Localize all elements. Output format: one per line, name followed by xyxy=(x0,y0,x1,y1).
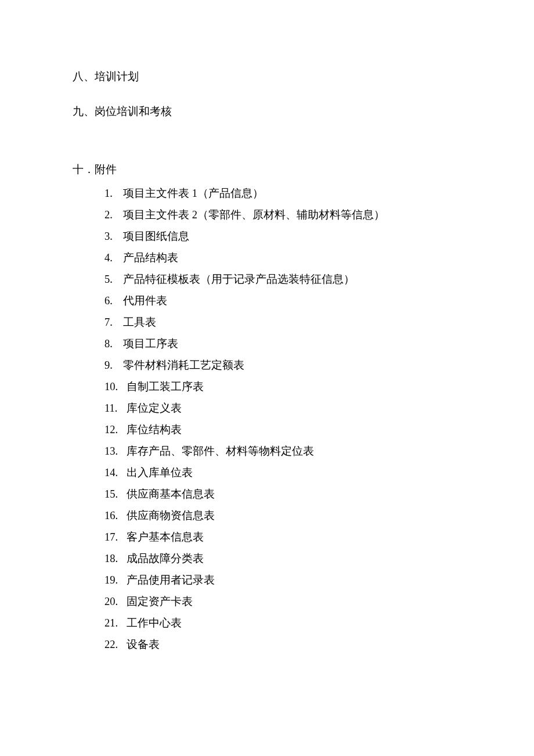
list-item: 12.库位结构表 xyxy=(104,419,461,441)
list-item: 3.项目图纸信息 xyxy=(104,226,461,247)
item-text: 项目主文件表 1（产品信息） xyxy=(121,183,264,204)
item-text: 供应商物资信息表 xyxy=(124,505,215,527)
list-item: 15.供应商基本信息表 xyxy=(104,484,461,505)
list-item: 20.固定资产卡表 xyxy=(104,591,461,613)
list-item: 9.零件材料消耗工艺定额表 xyxy=(104,355,461,376)
item-text: 产品使用者记录表 xyxy=(124,570,215,591)
item-text: 产品特征模板表（用于记录产品选装特征信息） xyxy=(121,269,355,290)
item-number: 10. xyxy=(104,376,124,398)
item-number: 6. xyxy=(104,290,121,312)
item-number: 19. xyxy=(104,570,124,591)
item-number: 9. xyxy=(104,355,121,376)
list-item: 7.工具表 xyxy=(104,312,461,333)
item-number: 14. xyxy=(104,462,124,484)
item-number: 11. xyxy=(104,398,124,419)
list-item: 13.库存产品、零部件、材料等物料定位表 xyxy=(104,441,461,462)
item-text: 自制工装工序表 xyxy=(124,376,204,398)
item-number: 1. xyxy=(104,183,121,204)
item-number: 7. xyxy=(104,312,121,333)
list-item: 14.出入库单位表 xyxy=(104,462,461,484)
list-item: 6.代用件表 xyxy=(104,290,461,312)
item-number: 21. xyxy=(104,613,124,634)
list-item: 11.库位定义表 xyxy=(104,398,461,419)
item-text: 成品故障分类表 xyxy=(124,548,204,570)
document-page: 八、培训计划 九、岗位培训和考核 十．附件 1.项目主文件表 1（产品信息） 2… xyxy=(0,0,461,656)
item-text: 工作中心表 xyxy=(124,613,182,634)
item-text: 库存产品、零部件、材料等物料定位表 xyxy=(124,441,314,462)
heading-10: 十．附件 xyxy=(73,160,461,180)
item-number: 3. xyxy=(104,226,121,247)
list-item: 16.供应商物资信息表 xyxy=(104,505,461,527)
item-text: 产品结构表 xyxy=(121,247,178,269)
item-number: 22. xyxy=(104,634,124,656)
list-item: 4.产品结构表 xyxy=(104,247,461,269)
heading-9: 九、岗位培训和考核 xyxy=(73,102,461,122)
item-number: 15. xyxy=(104,484,124,505)
list-item: 1.项目主文件表 1（产品信息） xyxy=(104,183,461,204)
heading-8: 八、培训计划 xyxy=(73,67,461,87)
list-item: 22.设备表 xyxy=(104,634,461,656)
heading-10-text: 十．附件 xyxy=(73,164,117,175)
item-text: 项目图纸信息 xyxy=(121,226,189,247)
item-text: 固定资产卡表 xyxy=(124,591,193,613)
item-text: 客户基本信息表 xyxy=(124,527,204,548)
item-text: 代用件表 xyxy=(121,290,167,312)
item-number: 16. xyxy=(104,505,124,527)
item-number: 13. xyxy=(104,441,124,462)
item-number: 4. xyxy=(104,247,121,269)
item-number: 20. xyxy=(104,591,124,613)
list-item: 18.成品故障分类表 xyxy=(104,548,461,570)
heading-9-text: 九、岗位培训和考核 xyxy=(73,106,172,117)
list-item: 10.自制工装工序表 xyxy=(104,376,461,398)
item-text: 库位结构表 xyxy=(124,419,182,441)
list-item: 8.项目工序表 xyxy=(104,333,461,355)
list-item: 21.工作中心表 xyxy=(104,613,461,634)
item-number: 2. xyxy=(104,204,121,226)
item-number: 12. xyxy=(104,419,124,441)
item-number: 17. xyxy=(104,527,124,548)
item-text: 零件材料消耗工艺定额表 xyxy=(121,355,244,376)
item-number: 5. xyxy=(104,269,121,290)
list-item: 5.产品特征模板表（用于记录产品选装特征信息） xyxy=(104,269,461,290)
item-number: 8. xyxy=(104,333,121,355)
item-text: 项目工序表 xyxy=(121,333,178,355)
heading-8-text: 八、培训计划 xyxy=(73,71,139,82)
item-number: 18. xyxy=(104,548,124,570)
item-text: 库位定义表 xyxy=(124,398,182,419)
item-text: 项目主文件表 2（零部件、原材料、辅助材料等信息） xyxy=(121,204,385,226)
list-item: 2.项目主文件表 2（零部件、原材料、辅助材料等信息） xyxy=(104,204,461,226)
item-text: 出入库单位表 xyxy=(124,462,193,484)
list-item: 19.产品使用者记录表 xyxy=(104,570,461,591)
item-text: 供应商基本信息表 xyxy=(124,484,215,505)
list-item: 17.客户基本信息表 xyxy=(104,527,461,548)
item-text: 设备表 xyxy=(124,634,160,656)
item-text: 工具表 xyxy=(121,312,156,333)
attachments-list: 1.项目主文件表 1（产品信息） 2.项目主文件表 2（零部件、原材料、辅助材料… xyxy=(73,183,461,656)
